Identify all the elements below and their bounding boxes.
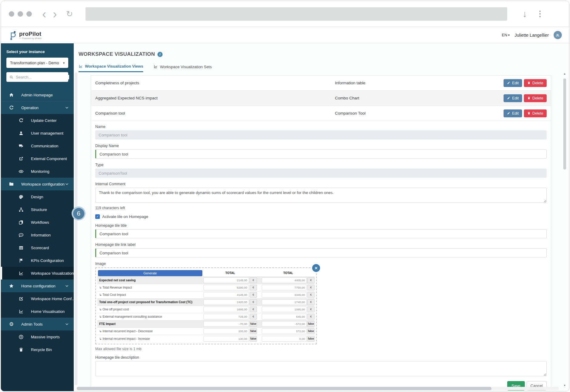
horizontal-scrollbar-thumb[interactable] [77,387,491,390]
window-control-dot[interactable] [26,11,32,17]
caret-down-icon: ▾ [508,33,510,37]
sidebar-item-massive-imports[interactable]: Massive Imports [1,330,74,343]
image-label: Image [95,262,547,266]
language-label: EN [502,33,507,37]
tab-workspace-visualization-views[interactable]: Workspace Visualization Views [79,64,143,72]
sidebar-item-external-component[interactable]: External Component [1,152,74,165]
edit-square-icon [19,296,24,301]
delete-button[interactable]: Delete [524,109,547,117]
sidebar: Select your instance Transformation plan… [1,43,74,391]
tile-title-field[interactable] [95,229,547,238]
sidebar-nav: Admin Homepage Operation Update Center U… [1,89,74,356]
sync-icon [19,118,24,123]
brand[interactable]: proPilot — Powered by dFakto [8,30,42,40]
display-name-field[interactable] [95,149,547,159]
scroll-down-icon[interactable]: ▼ [562,384,567,387]
horizontal-scrollbar[interactable] [77,387,559,390]
sitemap-icon [19,207,24,212]
sidebar-item-admin-homepage[interactable]: Admin Homepage [1,89,74,101]
forward-icon[interactable]: › [53,8,57,20]
address-bar[interactable] [86,7,507,21]
tab-workspace-visualization-sets[interactable]: Workspace Visualization Sets [153,64,212,72]
window-control-dot[interactable] [18,11,23,17]
sidebar-item-update-center[interactable]: Update Center [1,114,74,127]
window-controls[interactable] [9,11,32,17]
sidebar-item-workspace-home-conf[interactable]: Workspace Home Conf... [1,292,74,305]
sidebar-item-information[interactable]: Information [1,229,74,241]
gear-icon: ⚙ [9,322,14,327]
chart-icon [19,309,24,314]
remove-image-button[interactable]: ✕ [312,264,320,272]
preview-col-header: TOTAL [204,271,257,275]
user-name[interactable]: Juliette Langellier [514,33,549,38]
vertical-scrollbar-thumb[interactable] [563,79,566,169]
delete-button[interactable]: Delete [524,94,547,102]
folder-icon [9,182,14,187]
info-icon[interactable]: i [157,52,163,57]
name-label: Name [95,125,547,129]
view-name: Completness of projects [95,81,335,85]
browser-menu-icon[interactable]: ⋮ [536,9,544,18]
main-content: 6 WORKSPACE VISUALIZATION i Workspace Vi… [74,43,569,391]
edit-button[interactable]: Edit [504,94,522,102]
preview-row: ↳ Internal recurrent impact - Increase 1… [97,335,315,342]
tile-description-field[interactable] [95,361,547,376]
preview-row: ↳ One off project cost 1695,00 € 1095,00… [97,306,315,313]
chart-icon [153,65,158,69]
window-control-dot[interactable] [9,11,14,17]
back-icon[interactable]: ‹ [42,8,46,20]
list-row-comparison-tool[interactable]: Comparison tool Comparison Tool Edit Del… [91,106,551,121]
preview-row: ↳ External management consulting assista… [97,313,315,320]
max-file-size-note: Max allowed file size is 1 mb [95,347,547,351]
sidebar-item-user-management[interactable]: User management [1,127,74,139]
reload-icon[interactable]: ↻ [66,9,73,19]
sidebar-search[interactable] [6,72,68,82]
sidebar-group-admin-tools[interactable]: ⚙ Admin Tools [1,318,74,330]
list-row-aggregated-expected-ncs-impact[interactable]: Aggregated Expected NCS impact Combo Cha… [91,91,551,106]
chevron-down-icon [65,182,69,186]
delete-button[interactable]: Delete [524,79,547,87]
browser-window: ‹ › ↻ ↓ ⋮ proPilot — Powered by dFakto E… [1,1,569,391]
preview-row: FTE Impact -70,00 false -572,00 false [97,320,315,328]
edit-button[interactable]: Edit [504,109,522,117]
list-row-completness-of-projects[interactable]: Completness of projects Information tabl… [91,75,551,91]
chart-icon [79,64,83,69]
tile-link-field[interactable] [95,248,547,257]
language-selector[interactable]: EN ▾ [502,33,510,37]
tile-link-label: Homepage tile link label [95,243,547,247]
view-name: Aggregated Expected NCS impact [95,96,335,100]
vertical-scrollbar[interactable]: ▲ ▼ [562,72,567,387]
sidebar-item-kpis-configuration[interactable]: KPIs Configuration [1,254,74,267]
download-icon[interactable]: ↓ [522,9,527,19]
chart-icon [19,271,24,276]
annotation-badge: 6 [72,206,86,220]
brand-tagline: — Powered by dFakto [19,37,42,40]
export-icon [19,156,24,161]
sidebar-item-workflows[interactable]: Workflows [1,216,74,229]
sidebar-item-recycle-bin[interactable]: Recycle Bin [1,343,74,356]
sidebar-group-workspace-configuration[interactable]: Workspace configuration [1,178,74,190]
sidebar-item-monitoring[interactable]: Monitoring [1,165,74,178]
edit-button[interactable]: Edit [504,79,522,87]
check-icon: ✓ [96,215,99,219]
view-type: Comparison Tool [335,111,504,116]
activate-tile-checkbox[interactable]: ✓ [95,214,100,219]
scroll-up-icon[interactable]: ▲ [562,72,567,75]
avatar[interactable]: JL [554,31,562,39]
instance-select[interactable]: Transformation plan - Demo ▾ [6,58,68,68]
sidebar-group-home-configuration[interactable]: Home configuration [1,280,74,292]
sidebar-item-structure[interactable]: Structure [1,203,74,216]
internal-comment-field[interactable]: Thank to the comparison tool, you are ab… [95,188,547,203]
sidebar-item-scorecard[interactable]: Scorecard [1,241,74,254]
trash-icon [527,112,531,115]
sidebar-item-home-visualisation[interactable]: Home Visualisation [1,305,74,318]
sidebar-group-operation[interactable]: Operation [1,101,74,114]
user-icon [19,131,24,136]
views-panel: Completness of projects Information tabl… [91,75,551,388]
search-input[interactable] [16,75,69,79]
comment-icon [19,233,24,238]
sidebar-item-workspace-visualization[interactable]: Workspace Visualization [1,267,74,280]
sidebar-item-design[interactable]: Design [1,190,74,203]
sidebar-item-communication[interactable]: Communication [1,139,74,152]
chevron-down-icon [65,106,69,110]
